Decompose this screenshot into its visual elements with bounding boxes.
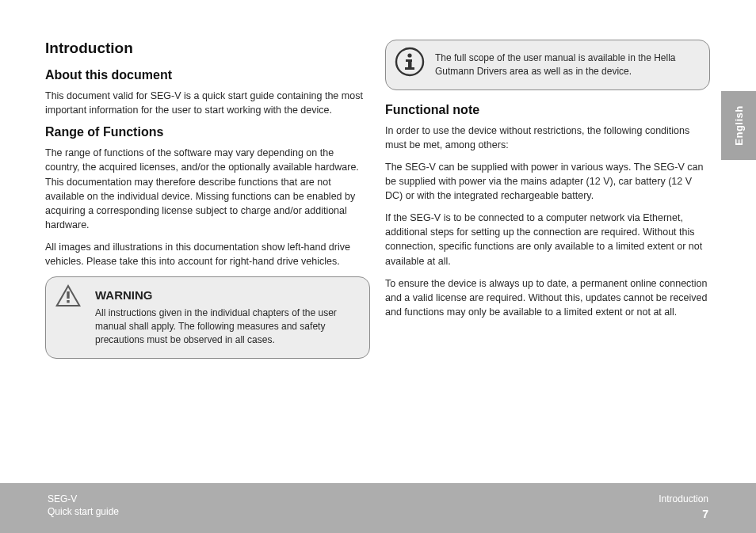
para-note2: The SEG-V can be supplied with power in … <box>385 160 710 203</box>
para-func2: All images and illustrations in this doc… <box>45 240 370 268</box>
svg-rect-3 <box>67 300 69 303</box>
footer-left-line1: SEG-V <box>48 493 119 505</box>
left-column: Introduction About this document This do… <box>45 40 370 371</box>
page-number: 7 <box>659 507 708 522</box>
info-text: The full scope of the user manual is ava… <box>435 51 697 78</box>
language-tab-label: English <box>733 105 745 145</box>
para-about: This document valid for SEG-V is a quick… <box>45 89 370 117</box>
warning-text: All instructions given in the individual… <box>95 306 357 346</box>
footer-right-line1: Introduction <box>659 493 708 505</box>
right-column: The full scope of the user manual is ava… <box>385 40 710 327</box>
para-func1: The range of functions of the software m… <box>45 146 370 232</box>
heading-functions: Range of Functions <box>45 125 370 139</box>
footer-bar: SEG-V Quick start guide Introduction 7 <box>0 483 756 533</box>
heading-about: About this document <box>45 68 370 82</box>
language-tab: English <box>721 91 756 160</box>
info-callout: The full scope of the user manual is ava… <box>385 40 710 90</box>
footer-right: Introduction 7 <box>659 493 708 522</box>
svg-rect-8 <box>405 67 414 70</box>
svg-point-5 <box>407 53 411 57</box>
page-title: Introduction <box>45 40 370 57</box>
svg-rect-2 <box>67 291 69 299</box>
warning-callout: WARNING All instructions given in the in… <box>45 276 370 358</box>
para-note3: If the SEG-V is to be connected to a com… <box>385 211 710 268</box>
para-note4: To ensure the device is always up to dat… <box>385 276 710 319</box>
warning-icon <box>55 284 82 307</box>
para-note1: In order to use the device without restr… <box>385 124 710 152</box>
warning-title: WARNING <box>95 288 357 302</box>
footer-left-line2: Quick start guide <box>48 505 119 518</box>
info-icon <box>395 47 425 77</box>
footer-left: SEG-V Quick start guide <box>48 493 119 518</box>
heading-funcnote: Functional note <box>385 103 710 117</box>
